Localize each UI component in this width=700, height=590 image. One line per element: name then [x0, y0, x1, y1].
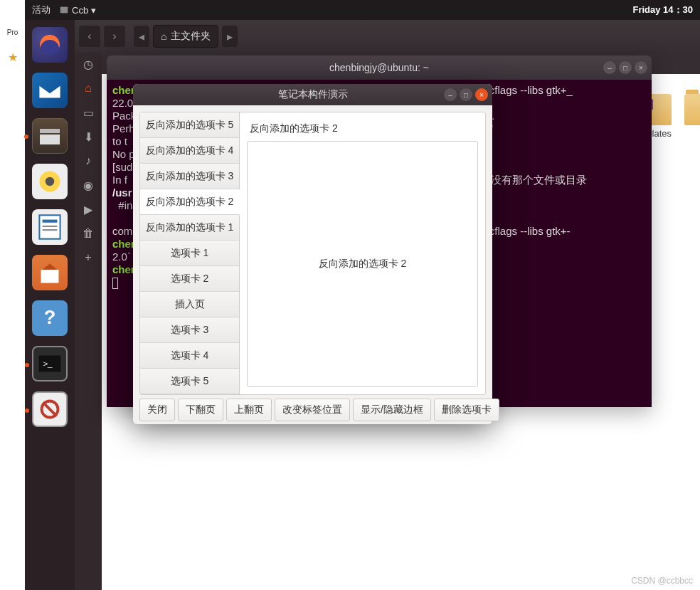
- crumb-prev-button[interactable]: ◂: [134, 26, 149, 47]
- page-header-label: 反向添加的选项卡 2: [247, 120, 478, 138]
- pictures-icon[interactable]: ◉: [81, 178, 95, 192]
- clock[interactable]: Friday 14：30: [632, 4, 693, 16]
- videos-icon[interactable]: ▶: [81, 202, 95, 216]
- notebook-tab[interactable]: 反向添加的选项卡 2: [140, 189, 240, 215]
- terminal-dock-icon[interactable]: >_: [32, 346, 68, 381]
- window-controls: – □ ×: [603, 61, 647, 74]
- minimize-button[interactable]: –: [444, 88, 457, 101]
- notebook-tabs: 反向添加的选项卡 5反向添加的选项卡 4反向添加的选项卡 3反向添加的选项卡 2…: [140, 112, 240, 394]
- help-icon[interactable]: ?: [32, 300, 68, 336]
- svg-rect-10: [41, 270, 59, 283]
- crumb-label: 主文件夹: [171, 30, 211, 43]
- gtk-body: 反向添加的选项卡 5反向添加的选项卡 4反向添加的选项卡 3反向添加的选项卡 2…: [133, 105, 492, 424]
- svg-rect-0: [60, 7, 68, 14]
- notebook-tab[interactable]: 插入页: [140, 292, 239, 317]
- notebook-tab[interactable]: 选项卡 1: [140, 241, 239, 266]
- terminal-cursor: [112, 278, 118, 289]
- gnome-topbar: 活动 Ccb ▾ Friday 14：30: [25, 0, 700, 20]
- activities-button[interactable]: 活动: [32, 4, 51, 16]
- downloads-icon[interactable]: ⬇: [81, 130, 95, 144]
- home-icon: ⌂: [161, 31, 166, 42]
- close-button[interactable]: ×: [635, 61, 647, 74]
- gtk-demo-window: 笔记本构件演示 – □ × 反向添加的选项卡 5反向添加的选项卡 4反向添加的选…: [133, 84, 492, 424]
- folder-videos[interactable]: V: [684, 94, 700, 139]
- notebook-tab[interactable]: 反向添加的选项卡 3: [140, 164, 239, 189]
- gtk-button[interactable]: 关闭: [139, 399, 175, 421]
- svg-text:>_: >_: [43, 359, 53, 368]
- page-content-frame: 反向添加的选项卡 2: [247, 141, 478, 387]
- svg-point-5: [46, 177, 55, 186]
- maximize-button[interactable]: □: [460, 88, 472, 101]
- pro-label: Pro: [7, 28, 18, 36]
- svg-rect-2: [40, 129, 60, 133]
- gtk-titlebar[interactable]: 笔记本构件演示 – □ ×: [133, 84, 492, 105]
- crumb-next-button[interactable]: ▸: [222, 26, 238, 47]
- window-controls: – □ ×: [444, 88, 488, 101]
- gtk-button[interactable]: 显示/隐藏边框: [353, 399, 431, 421]
- running-indicator-icon: [25, 363, 29, 367]
- rhythmbox-icon[interactable]: [32, 164, 68, 199]
- close-button[interactable]: ×: [475, 88, 488, 101]
- back-button[interactable]: ‹: [79, 26, 100, 47]
- thunderbird-icon[interactable]: [32, 73, 68, 108]
- gtk-notebook: 反向添加的选项卡 5反向添加的选项卡 4反向添加的选项卡 3反向添加的选项卡 2…: [139, 112, 486, 395]
- app-menu[interactable]: Ccb ▾: [59, 5, 96, 16]
- minimize-button[interactable]: –: [603, 61, 616, 74]
- running-indicator-icon: [25, 409, 29, 413]
- svg-rect-7: [43, 220, 58, 223]
- app-icon: [59, 5, 69, 15]
- files-sidebar: ◷ ⌂ ▭ ⬇ ♪ ◉ ▶ 🗑 +: [75, 53, 102, 590]
- gtk-button[interactable]: 改变标签位置: [275, 399, 350, 421]
- music-icon[interactable]: ♪: [81, 154, 95, 168]
- terminal-title: chenbingjy@ubuntu: ~: [329, 62, 429, 73]
- gtk-button[interactable]: 删除选项卡: [434, 399, 499, 421]
- notebook-tab[interactable]: 反向添加的选项卡 1: [140, 215, 239, 241]
- trash-icon[interactable]: 🗑: [81, 226, 95, 241]
- svg-rect-9: [43, 229, 58, 231]
- browser-sidebar: Pro ★: [0, 0, 25, 590]
- chevron-down-icon: ▾: [91, 5, 96, 16]
- notebook-tab[interactable]: 选项卡 5: [140, 369, 239, 394]
- files-headerbar: ‹ › ◂ ⌂ 主文件夹 ▸: [75, 20, 700, 53]
- page-content-label: 反向添加的选项卡 2: [319, 258, 407, 270]
- notebook-tab[interactable]: 选项卡 2: [140, 266, 239, 292]
- svg-rect-3: [40, 135, 60, 144]
- svg-rect-8: [43, 226, 58, 227]
- files-dock-icon[interactable]: [32, 118, 68, 154]
- terminal-titlebar[interactable]: chenbingjy@ubuntu: ~ – □ ×: [107, 56, 652, 80]
- firefox-icon[interactable]: [32, 27, 68, 63]
- svg-line-15: [43, 402, 56, 416]
- desktop-icon[interactable]: ▭: [81, 105, 95, 120]
- gtk-button[interactable]: 上翻页: [226, 399, 272, 421]
- svg-text:?: ?: [44, 306, 56, 328]
- software-icon[interactable]: [32, 255, 68, 290]
- folder-icon: [684, 94, 700, 125]
- forward-button[interactable]: ›: [104, 26, 125, 47]
- notebook-tab[interactable]: 反向添加的选项卡 5: [140, 112, 239, 138]
- breadcrumb[interactable]: ⌂ 主文件夹: [153, 25, 218, 48]
- maximize-button[interactable]: □: [619, 61, 632, 74]
- other-locations-icon[interactable]: +: [81, 251, 95, 265]
- notebook-tab[interactable]: 选项卡 3: [140, 317, 239, 343]
- recent-icon[interactable]: ◷: [81, 57, 95, 71]
- screenshot-dock-icon[interactable]: [32, 391, 68, 427]
- gtk-button[interactable]: 下翻页: [178, 399, 223, 421]
- notebook-page: 反向添加的选项卡 2 反向添加的选项卡 2: [240, 112, 485, 394]
- star-icon: ★: [8, 51, 18, 64]
- button-row: 关闭下翻页上翻页改变标签位置显示/隐藏边框删除选项卡: [139, 399, 486, 421]
- running-indicator-icon: [24, 135, 28, 139]
- watermark: CSDN @ccbbcc: [631, 576, 693, 586]
- ubuntu-desktop: 活动 Ccb ▾ Friday 14：30 ? >_ ‹ › ◂ ⌂ 主文件夹 …: [25, 0, 700, 590]
- home-icon[interactable]: ⌂: [81, 81, 95, 95]
- writer-icon[interactable]: [32, 209, 68, 245]
- ubuntu-dock: ? >_: [25, 20, 75, 590]
- notebook-tab[interactable]: 选项卡 4: [140, 343, 239, 369]
- gtk-window-title: 笔记本构件演示: [278, 88, 348, 101]
- notebook-tab[interactable]: 反向添加的选项卡 4: [140, 138, 239, 164]
